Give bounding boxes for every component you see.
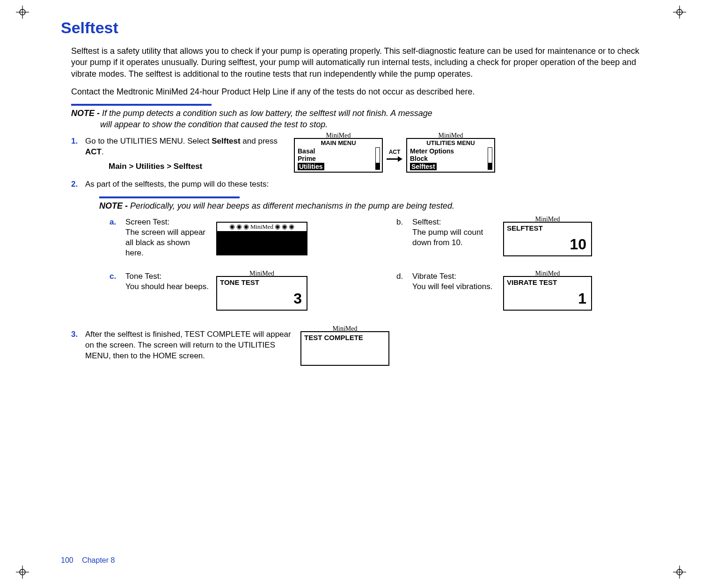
intro-paragraph-2: Contact the Medtronic MiniMed 24-hour Pr… [71, 86, 655, 97]
registration-mark-icon [16, 6, 29, 19]
note-body-line2: will appear to show the condition that c… [100, 119, 655, 130]
list-marker: d. [396, 271, 406, 282]
step-number: 1. [71, 136, 78, 147]
chapter-label: Chapter 8 [82, 556, 115, 564]
test-body: The pump will count down from 10. [412, 228, 483, 247]
menu-item-selected: Selftest [410, 163, 437, 170]
note-body: Periodically, you will hear beeps as dif… [130, 201, 454, 211]
text-fragment-bold: ACT [85, 147, 102, 156]
screen-value: 1 [578, 289, 586, 309]
note-rule [71, 104, 212, 106]
note-rule [99, 196, 240, 198]
test-body: You will feel vibrations. [412, 282, 492, 291]
brand-label: MiniMed [217, 269, 307, 278]
arrow-right-icon [387, 156, 402, 162]
sub-tests-grid: a. Screen Test: The screen will appear a… [110, 217, 655, 311]
page-title: Selftest [61, 19, 655, 37]
pump-screen-selftest: MiniMed SELFTEST 10 [503, 222, 592, 256]
screen-title: SELFTEST [504, 223, 591, 233]
pump-screen-tone: MiniMed TONE TEST 3 [216, 276, 307, 311]
step-2: 2. As part of the selftests, the pump wi… [71, 179, 655, 311]
registration-mark-icon [673, 566, 686, 579]
menu-item: Basal [298, 147, 379, 155]
steps-list: 1. Go to the UTILITIES MENU. Select Self… [71, 136, 655, 366]
menu-items: Meter Options Block Selftest [407, 147, 494, 170]
dot-icon: ◉ [229, 224, 235, 230]
test-title: Tone Test: [125, 272, 161, 281]
step-2-text: As part of the selftests, the pump will … [85, 180, 269, 189]
pump-screen-complete: MiniMed TEST COMPLETE [300, 331, 389, 366]
pump-utilities-menu: MiniMed UTILITIES MENU Meter Options Blo… [406, 138, 495, 173]
page-number: 100 [61, 556, 73, 564]
document-page: Selftest Selftest is a safety utility th… [0, 0, 702, 588]
text-fragment: and press [241, 137, 278, 145]
test-body: You should hear beeps. [125, 282, 209, 291]
dot-icon: ◉ [275, 224, 280, 230]
test-title: Selftest: [412, 218, 441, 226]
screen-title: TONE TEST [217, 277, 307, 287]
list-marker: c. [110, 271, 119, 282]
menu-item-selected: Utilities [298, 163, 324, 170]
text-fragment-bold: Selftest [212, 137, 240, 145]
svg-marker-13 [398, 156, 402, 162]
screen-value: 3 [293, 289, 302, 309]
note-body-line1: If the pump detects a condition such as … [102, 109, 432, 118]
step-3-text: After the selftest is finished, TEST COM… [85, 329, 291, 362]
test-text: Vibrate Test: You will feel vibrations. [412, 271, 497, 292]
dot-icon: ◉ [289, 224, 294, 230]
act-arrow: ACT [387, 148, 402, 162]
step-number: 2. [71, 179, 78, 190]
text-fragment: . [102, 147, 104, 156]
registration-mark-icon [673, 6, 686, 19]
black-area [217, 231, 307, 254]
registration-mark-icon [16, 566, 29, 579]
test-d: d. Vibrate Test: You will feel vibration… [396, 271, 655, 311]
text-fragment: Go to the UTILITIES MENU. Select [85, 137, 212, 145]
menu-item: Prime [298, 155, 379, 162]
screen-value: 10 [570, 234, 586, 254]
screen-topstrip: ◉ ◉ ◉ MiniMed ◉ ◉ ◉ [217, 223, 307, 232]
step-1: 1. Go to the UTILITIES MENU. Select Self… [71, 136, 655, 173]
menu-items: Basal Prime Utilities [295, 147, 382, 170]
brand-label: MiniMed [407, 131, 494, 140]
test-a: a. Screen Test: The screen will appear a… [110, 217, 368, 258]
scrollbar-icon [375, 147, 380, 170]
list-marker: a. [110, 217, 119, 228]
menu-item: Block [410, 155, 491, 162]
dot-icon: ◉ [282, 224, 287, 230]
screen-title: TEST COMPLETE [301, 332, 388, 342]
brand-label: MiniMed [504, 269, 591, 278]
test-text: Selftest: The pump will count down from … [412, 217, 497, 248]
brand-label: MiniMed [250, 223, 273, 231]
brand-label: MiniMed [301, 325, 388, 334]
step-3: 3. After the selftest is finished, TEST … [71, 329, 655, 366]
pump-screen-black: ◉ ◉ ◉ MiniMed ◉ ◉ ◉ [216, 222, 307, 255]
note-1: NOTE - If the pump detects a condition s… [71, 108, 655, 131]
dot-icon: ◉ [236, 224, 242, 230]
test-title: Screen Test: [125, 218, 169, 226]
pump-main-menu: MiniMed MAIN MENU Basal Prime Utilities [294, 138, 383, 173]
test-b: b. Selftest: The pump will count down fr… [396, 217, 655, 258]
breadcrumb: Main > Utilities > Selftest [109, 161, 286, 172]
dot-icon: ◉ [243, 224, 249, 230]
scrollbar-icon [488, 147, 492, 170]
pump-screen-vibrate: MiniMed VIBRATE TEST 1 [503, 276, 592, 311]
note-2: NOTE - Periodically, you will hear beeps… [99, 200, 655, 211]
test-text: Tone Test: You should hear beeps. [125, 271, 210, 292]
test-text: Screen Test: The screen will appear all … [125, 217, 210, 258]
brand-label: MiniMed [295, 131, 382, 140]
act-label: ACT [389, 148, 401, 156]
step-1-text: Go to the UTILITIES MENU. Select Selftes… [85, 136, 286, 172]
list-marker: b. [396, 217, 406, 228]
note-label: NOTE - [99, 201, 130, 211]
menu-item: Meter Options [410, 147, 491, 155]
test-body: The screen will appear all black as show… [125, 228, 205, 257]
intro-paragraph-1: Selftest is a safety utility that allows… [71, 45, 655, 80]
test-c: c. Tone Test: You should hear beeps. Min… [110, 271, 368, 311]
screen-title: VIBRATE TEST [504, 277, 591, 287]
test-title: Vibrate Test: [412, 272, 456, 281]
step-number: 3. [71, 329, 78, 340]
page-footer: 100 Chapter 8 [61, 556, 115, 565]
pump-screens-row: MiniMed MAIN MENU Basal Prime Utilities … [294, 136, 495, 173]
brand-label: MiniMed [504, 215, 591, 224]
